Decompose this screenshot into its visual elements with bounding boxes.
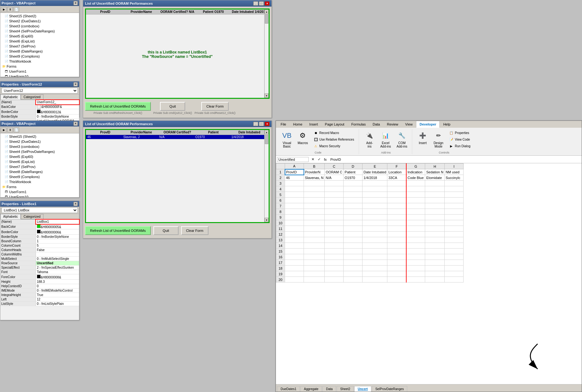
scroll-up-top[interactable]: ▲ xyxy=(265,9,269,14)
cell-row6-col6[interactable] xyxy=(406,198,425,203)
toolbar-btn-1[interactable]: ▶ xyxy=(1,7,7,12)
cell-row9-col6[interactable] xyxy=(406,215,425,220)
cell-row19-col2[interactable] xyxy=(325,271,344,277)
cell-row20-col6[interactable] xyxy=(406,277,425,283)
cell-row7-col4[interactable] xyxy=(362,203,387,209)
cell-row3-col2[interactable] xyxy=(325,181,344,186)
cell-row19-col3[interactable] xyxy=(344,271,362,277)
cell-row11-col1[interactable] xyxy=(304,226,325,232)
scrollbar-top[interactable]: ▲ ▼ xyxy=(264,9,269,98)
properties-button[interactable]: 📋 Properties xyxy=(448,130,472,136)
cell-row16-col1[interactable] xyxy=(304,254,325,260)
cell-row18-col6[interactable] xyxy=(406,266,425,271)
cell-row15-col4[interactable] xyxy=(362,249,387,254)
scroll-down-bottom[interactable]: ▼ xyxy=(265,218,269,222)
cell-row9-col2[interactable] xyxy=(325,215,344,220)
cell-row5-col3[interactable] xyxy=(344,192,362,198)
cell-row13-col7[interactable] xyxy=(425,237,444,243)
cell-row12-col2[interactable] xyxy=(325,232,344,237)
cell-a2[interactable]: 46 xyxy=(285,175,304,181)
formula-input[interactable] xyxy=(329,157,580,162)
cell-i1[interactable]: NM used xyxy=(444,169,463,175)
cell-row20-col5[interactable] xyxy=(387,277,406,283)
cell-row6-col7[interactable] xyxy=(425,198,444,203)
cell-row4-col7[interactable] xyxy=(425,186,444,192)
minimize-btn-top[interactable]: _ xyxy=(253,1,258,6)
cell-row17-col3[interactable] xyxy=(344,260,362,266)
cell-row12-col3[interactable] xyxy=(344,232,362,237)
cell-row9-col3[interactable] xyxy=(344,215,362,220)
tree-b-userform1[interactable]: 🗖UserForm1 xyxy=(3,189,78,194)
col-b[interactable]: B xyxy=(304,164,325,169)
cell-row16-col6[interactable] xyxy=(406,254,425,260)
cell-row12-col5[interactable] xyxy=(387,232,406,237)
cell-row5-col0[interactable] xyxy=(285,192,304,198)
props-tab-alpha-bottom[interactable]: Alphabetic xyxy=(0,214,21,219)
cell-row7-col6[interactable] xyxy=(406,203,425,209)
insert-function-btn[interactable]: fx xyxy=(322,157,328,162)
tree-b-thisworkbook[interactable]: 📄ThisWorkbook xyxy=(3,179,78,184)
cell-row15-col5[interactable] xyxy=(387,249,406,254)
tree-b-userform10[interactable]: 🗖UserForm10 xyxy=(3,194,78,197)
cell-row14-col0[interactable] xyxy=(285,243,304,249)
cell-row13-col4[interactable] xyxy=(362,237,387,243)
cell-row3-col4[interactable] xyxy=(362,181,387,186)
cell-row18-col5[interactable] xyxy=(387,266,406,271)
tab-page-layout[interactable]: Page Layout xyxy=(322,121,348,128)
cell-row13-col3[interactable] xyxy=(344,237,362,243)
sheet-tab-selprovdateranges[interactable]: SelProvDateRanges xyxy=(372,386,408,392)
cell-row17-col0[interactable] xyxy=(285,260,304,266)
excel-add-ins-button[interactable]: 📊 ExcelAdd-ins xyxy=(378,129,393,150)
cell-row14-col4[interactable] xyxy=(362,243,387,249)
cell-row15-col0[interactable] xyxy=(285,249,304,254)
cell-row8-col4[interactable] xyxy=(362,209,387,215)
cell-row5-col7[interactable] xyxy=(425,192,444,198)
cell-row6-col2[interactable] xyxy=(325,198,344,203)
props-tab-cat-bottom[interactable]: Categorized xyxy=(21,214,43,219)
tree-sheet4[interactable]: 📄Sheet4 (SelProvDateRanges) xyxy=(3,29,78,34)
design-mode-button[interactable]: ✏ DesignMode xyxy=(431,129,446,150)
insert-control-button[interactable]: ➕ Insert xyxy=(415,129,430,146)
tree-b-sheet5[interactable]: 📄Sheet5 (Exp60) xyxy=(3,154,78,159)
cell-row20-col8[interactable] xyxy=(444,277,463,283)
cell-row15-col1[interactable] xyxy=(304,249,325,254)
cell-row19-col8[interactable] xyxy=(444,271,463,277)
cell-row11-col0[interactable] xyxy=(285,226,304,232)
cell-row19-col6[interactable] xyxy=(406,271,425,277)
cell-row3-col6[interactable] xyxy=(406,181,425,186)
com-add-ins-button[interactable]: 🔧 COMAdd-ins xyxy=(394,129,409,150)
tab-developer[interactable]: Developer xyxy=(416,121,440,128)
cell-h1[interactable]: Sedation N xyxy=(425,169,444,175)
cell-row4-col1[interactable] xyxy=(304,186,325,192)
cell-row17-col1[interactable] xyxy=(304,260,325,266)
tree-b-forms[interactable]: 📁Forms xyxy=(1,184,78,189)
cell-row20-col4[interactable] xyxy=(362,277,387,283)
tree-b-sheet15[interactable]: 📄Sheet15 (Sheet2) xyxy=(3,134,78,139)
properties-close-bottom[interactable]: ✕ xyxy=(73,202,78,206)
cell-row6-col0[interactable] xyxy=(285,198,304,203)
cell-row3-col8[interactable] xyxy=(444,181,463,186)
col-h[interactable]: H xyxy=(425,164,444,169)
cell-row4-col2[interactable] xyxy=(325,186,344,192)
add-ins-button[interactable]: 🔌 Add-ins xyxy=(362,129,377,150)
cell-row8-col5[interactable] xyxy=(387,209,406,215)
tree-userform1-top[interactable]: 🗖UserForm1 xyxy=(3,69,78,74)
cell-row11-col7[interactable] xyxy=(425,226,444,232)
cell-row7-col0[interactable] xyxy=(285,203,304,209)
visual-basic-button[interactable]: VB VisualBasic xyxy=(280,129,294,150)
quit-button-top[interactable]: Quit xyxy=(160,102,185,111)
tab-view[interactable]: View xyxy=(402,121,416,128)
cell-row8-col7[interactable] xyxy=(425,209,444,215)
cell-row14-col3[interactable] xyxy=(344,243,362,249)
refresh-button-bottom[interactable]: Refresh List of Uncertified OORAMs xyxy=(85,226,151,235)
cell-row14-col8[interactable] xyxy=(444,243,463,249)
cell-row10-col6[interactable] xyxy=(406,220,425,226)
use-relative-refs-button[interactable]: 🔲 Use Relative References xyxy=(312,136,356,143)
cell-row7-col1[interactable] xyxy=(304,203,325,209)
cell-row3-col5[interactable] xyxy=(387,181,406,186)
cell-row9-col4[interactable] xyxy=(362,215,387,220)
cell-row15-col2[interactable] xyxy=(325,249,344,254)
cell-row18-col4[interactable] xyxy=(362,266,387,271)
confirm-formula-btn[interactable]: ✓ xyxy=(316,157,322,162)
cell-row14-col6[interactable] xyxy=(406,243,425,249)
